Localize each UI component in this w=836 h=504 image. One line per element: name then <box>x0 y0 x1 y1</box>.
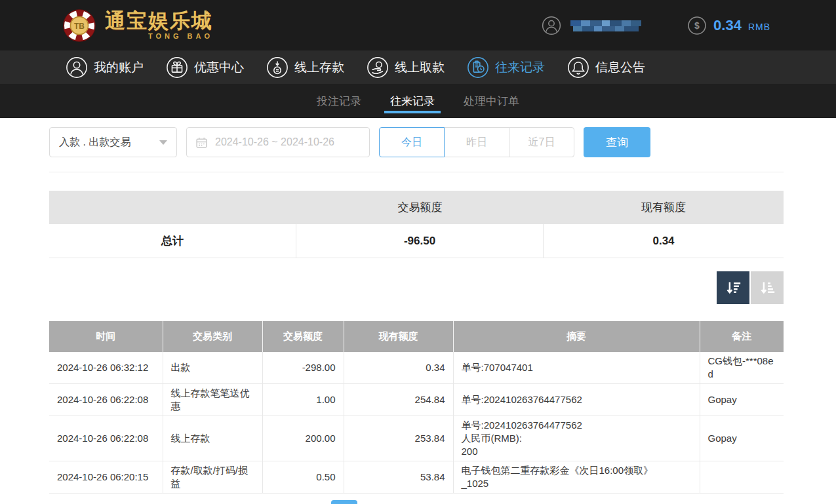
cell-summary: 单号:202410263764477562 <box>453 384 700 416</box>
cell-amount: 1.00 <box>262 384 344 416</box>
nav-label: 优惠中心 <box>194 59 244 76</box>
cell-summary: 单号:707047401 <box>453 352 700 384</box>
nav-item-transactions[interactable]: 往来记录 <box>467 56 545 79</box>
summary-line: 人民币(RMB): <box>462 432 692 445</box>
cell-type: 存款/取款/打码/损益 <box>163 461 262 494</box>
tab-transaction-records[interactable]: 往来记录 <box>390 84 435 118</box>
cell-type: 线上存款 <box>163 416 262 461</box>
today-button[interactable]: 今日 <box>379 127 445 157</box>
sort-controls <box>49 271 784 304</box>
nav-label: 信息公告 <box>595 59 645 76</box>
svg-text:TB: TB <box>74 21 85 30</box>
transaction-type-select[interactable]: 入款 . 出款交易 <box>49 127 177 157</box>
site-logo[interactable]: TB 通宝娱乐城 TONG BAO <box>62 9 213 43</box>
table-row: 2024-10-26 06:20:15 存款/取款/打码/损益 0.50 53.… <box>49 461 784 494</box>
cell-amount: -298.00 <box>262 352 344 384</box>
query-button[interactable]: 查询 <box>584 127 650 157</box>
nav-item-withdraw[interactable]: 线上取款 <box>367 56 445 79</box>
username-redacted <box>569 18 649 33</box>
cell-summary: 电子钱包第二重存款彩金《次日16:00领取》 _1025 <box>453 461 700 494</box>
summary-line: _1025 <box>462 477 692 490</box>
cell-balance: 253.84 <box>344 416 453 461</box>
yesterday-button[interactable]: 昨日 <box>444 127 509 157</box>
pagination-peek[interactable] <box>331 500 357 504</box>
date-range-value: 2024-10-26 ~ 2024-10-26 <box>215 136 334 148</box>
site-subtitle: TONG BAO <box>148 33 213 40</box>
nav-label: 往来记录 <box>495 59 545 76</box>
cell-summary: 单号:202410263764477562 人民币(RMB): 200 <box>453 416 700 461</box>
summary-header-row: 交易额度 现有额度 <box>49 191 784 224</box>
summary-total-amount: -96.50 <box>296 224 544 258</box>
nav-label: 我的账户 <box>94 59 144 76</box>
summary-table: 交易额度 现有额度 总计 -96.50 0.34 <box>49 191 784 258</box>
quick-range-group: 今日 昨日 近7日 <box>379 127 574 157</box>
col-remark: 备注 <box>700 321 784 352</box>
col-balance: 现有额度 <box>344 321 453 352</box>
user-icon <box>66 56 88 79</box>
table-row: 2024-10-26 06:22:08 线上存款笔笔送优惠 1.00 254.8… <box>49 384 784 416</box>
records-clipboard-icon <box>467 56 489 79</box>
section-divider <box>49 172 784 172</box>
summary-total-row: 总计 -96.50 0.34 <box>49 224 784 258</box>
cell-type: 出款 <box>163 352 262 384</box>
sub-nav: 投注记录 往来记录 处理中订单 <box>0 84 836 118</box>
col-type: 交易类别 <box>163 321 262 352</box>
summary-total-label: 总计 <box>49 224 296 258</box>
cell-remark <box>700 461 784 494</box>
summary-header-balance: 现有额度 <box>544 191 784 224</box>
cell-time: 2024-10-26 06:22:08 <box>49 416 163 461</box>
transaction-records-page: TB 通宝娱乐城 TONG BAO <box>0 0 836 504</box>
cell-balance: 53.84 <box>344 461 453 494</box>
main-content: 入款 . 出款交易 2024-10-26 ~ 2024-10-26 今日 昨日 … <box>0 127 836 494</box>
svg-text:$: $ <box>694 20 700 31</box>
summary-line: 单号:202410263764477562 <box>462 419 692 432</box>
tab-pending-orders[interactable]: 处理中订单 <box>464 84 519 118</box>
balance-display[interactable]: $ 0.34 RMB <box>687 16 770 35</box>
nav-label: 线上存款 <box>294 59 344 76</box>
table-row: 2024-10-26 06:32:12 出款 -298.00 0.34 单号:7… <box>49 352 784 384</box>
cell-time: 2024-10-26 06:32:12 <box>49 352 163 384</box>
col-time: 时间 <box>49 321 163 352</box>
cell-remark: CG钱包-***08ed <box>700 352 784 384</box>
chevron-down-icon <box>159 140 167 145</box>
sort-descending-button[interactable] <box>717 271 749 304</box>
nav-item-promotions[interactable]: 优惠中心 <box>166 56 244 79</box>
nav-item-deposit[interactable]: 线上存款 <box>266 56 344 79</box>
deposit-coin-icon <box>266 56 289 79</box>
summary-header-amount: 交易额度 <box>296 191 544 224</box>
gift-icon <box>166 56 188 79</box>
tab-betting-records[interactable]: 投注记录 <box>317 84 361 118</box>
currency-dollar-icon: $ <box>687 16 707 35</box>
account-area: $ 0.34 RMB <box>542 16 770 35</box>
summary-line: 单号:707047401 <box>462 361 692 374</box>
withdraw-hand-icon <box>367 56 389 79</box>
cell-balance: 254.84 <box>344 384 453 416</box>
nav-label: 线上取款 <box>395 59 445 76</box>
site-title: 通宝娱乐城 <box>105 10 213 31</box>
last7days-button[interactable]: 近7日 <box>509 127 574 157</box>
cell-amount: 200.00 <box>262 416 344 461</box>
user-avatar-icon[interactable] <box>542 16 561 35</box>
date-range-input[interactable]: 2024-10-26 ~ 2024-10-26 <box>186 127 370 157</box>
main-nav: 我的账户 优惠中心 <box>0 50 836 84</box>
filter-bar: 入款 . 出款交易 2024-10-26 ~ 2024-10-26 今日 昨日 … <box>49 127 784 157</box>
poker-chip-logo-icon: TB <box>62 9 96 43</box>
bell-icon <box>567 56 589 79</box>
nav-item-announcements[interactable]: 信息公告 <box>567 56 645 79</box>
select-value: 入款 . 出款交易 <box>59 136 130 149</box>
table-row: 2024-10-26 06:22:08 线上存款 200.00 253.84 单… <box>49 416 784 461</box>
nav-item-my-account[interactable]: 我的账户 <box>66 56 144 79</box>
top-header: TB 通宝娱乐城 TONG BAO <box>0 0 836 50</box>
cell-type: 线上存款笔笔送优惠 <box>163 384 262 416</box>
calendar-icon <box>195 136 208 149</box>
summary-line: 200 <box>462 445 692 458</box>
cell-remark: Gopay <box>700 384 784 416</box>
sort-ascending-button[interactable] <box>751 271 784 304</box>
summary-header-blank <box>49 191 296 224</box>
col-summary: 摘要 <box>453 321 700 352</box>
balance-currency: RMB <box>748 19 770 32</box>
tab-label: 投注记录 <box>317 94 361 109</box>
table-header: 时间 交易类别 交易额度 现有额度 摘要 备注 <box>49 321 784 352</box>
summary-total-balance: 0.34 <box>544 224 784 258</box>
cell-balance: 0.34 <box>344 352 453 384</box>
